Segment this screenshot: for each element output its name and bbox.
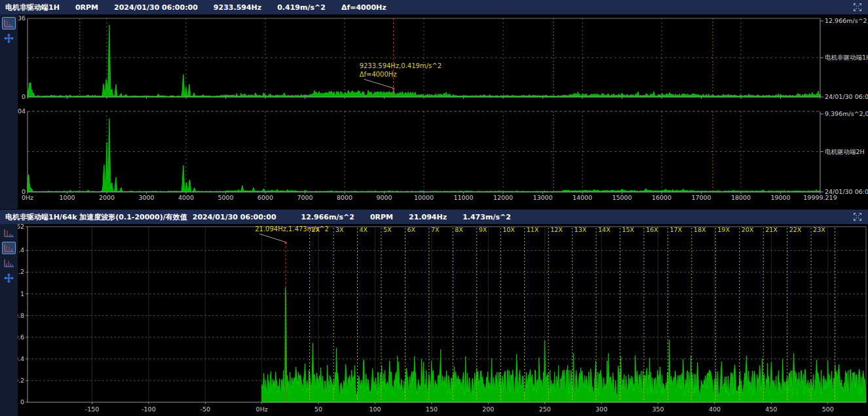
- expand-button[interactable]: [852, 212, 863, 222]
- pan-tool-button[interactable]: [2, 272, 16, 284]
- spectrum-plot-area: [0, 14, 868, 209]
- pan-tool-button[interactable]: [2, 32, 16, 45]
- rpm-field: 0RPM: [75, 3, 98, 12]
- rpm-field: 0RPM: [370, 213, 393, 221]
- expand-icon: [853, 212, 862, 221]
- spectrum-toolbar: [0, 14, 18, 209]
- cursor-frequency-field: 21.094Hz: [409, 213, 447, 221]
- cursor-frequency-field: 9233.594Hz: [214, 3, 261, 12]
- single-cursor-tool-button[interactable]: [2, 227, 16, 239]
- waveform-panel-header: 电机非驱动端1H/64k 加速度波形(0.1-20000)/有效值 2024/0…: [0, 210, 868, 224]
- panel-title: 电机非驱动端1H: [5, 3, 60, 12]
- waveform-panel: 电机非驱动端1H/64k 加速度波形(0.1-20000)/有效值 2024/0…: [0, 210, 868, 416]
- waveform-toolbar: [0, 224, 18, 416]
- spectrum-panel: 电机非驱动端1H 0RPM 2024/01/30 06:00:00 9233.5…: [0, 0, 868, 209]
- harmonic-cursor-icon: [3, 244, 14, 253]
- pan-icon: [3, 273, 14, 284]
- sideband-cursor-icon: [3, 259, 14, 268]
- expand-icon: [853, 3, 862, 12]
- cursor-amplitude-field: 0.419m/s^2: [277, 3, 326, 12]
- datetime-field: 2024/01/30 06:00:00: [114, 3, 198, 12]
- datetime-field: 2024/01/30 06:00:00: [193, 213, 276, 221]
- rms-field: 12.966m/s^2: [301, 213, 354, 221]
- expand-button[interactable]: [852, 2, 863, 12]
- vibration-analysis-app: 电机非驱动端1H 0RPM 2024/01/30 06:00:00 9233.5…: [0, 0, 868, 416]
- pan-icon: [3, 33, 14, 44]
- sideband-cursor-tool-button[interactable]: [2, 257, 16, 269]
- delta-f-field: Δf=4000Hz: [341, 3, 387, 12]
- single-cursor-icon: [3, 229, 14, 238]
- single-cursor-tool-button[interactable]: [2, 17, 16, 29]
- spectrum-panel-header: 电机非驱动端1H 0RPM 2024/01/30 06:00:00 9233.5…: [0, 0, 868, 14]
- waveform-plot-area: [0, 224, 868, 416]
- cursor-amplitude-field: 1.473m/s^2: [462, 213, 511, 221]
- harmonic-cursor-tool-button[interactable]: [2, 242, 16, 254]
- single-cursor-icon: [3, 19, 14, 28]
- panel-title: 电机非驱动端1H/64k 加速度波形(0.1-20000)/有效值: [5, 212, 187, 222]
